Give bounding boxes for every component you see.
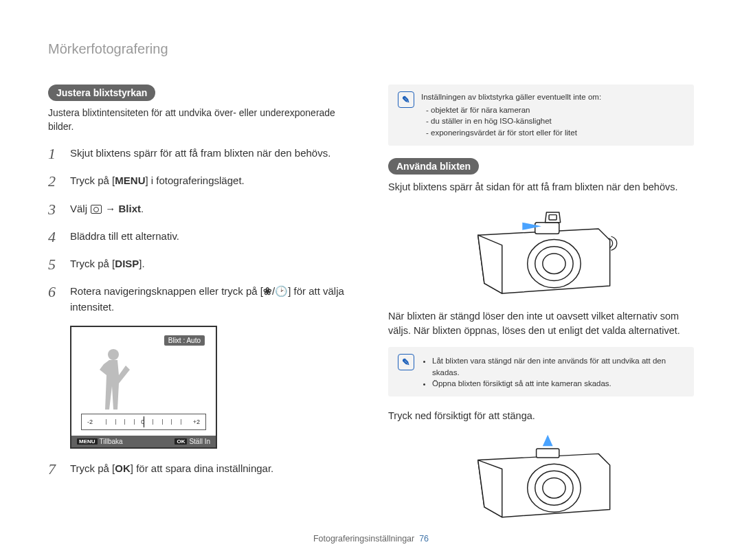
step-text: Rotera navigeringsknappen eller tryck på…	[70, 284, 354, 315]
left-column: Justera blixtstyrkan Justera blixtintens…	[48, 85, 354, 533]
note-item: objektet är för nära kameran	[431, 104, 601, 116]
right-column: ✎ Inställningen av blixtstyrka gäller ev…	[388, 85, 694, 533]
bold-label: Blixt	[119, 203, 142, 214]
intro-text: Skjut blixtens spärr åt sidan för att få…	[388, 180, 694, 194]
step-number: 7	[48, 461, 63, 478]
step-text: Bläddra till ett alternativ.	[70, 229, 354, 245]
page-footer: Fotograferingsinställningar 76	[0, 534, 742, 544]
step-number: 1	[48, 146, 63, 162]
step-text: Tryck på [DISP].	[70, 256, 354, 272]
svg-point-9	[542, 478, 565, 499]
camera-flash-close-illustration	[459, 432, 624, 521]
lcd-back-control: MENU Tillbaka	[77, 438, 123, 445]
menu-button-label: MENU	[115, 175, 145, 186]
person-silhouette-icon	[95, 348, 137, 410]
step-number: 4	[48, 229, 63, 245]
steps-list: 1 Skjut blixtens spärr för att få fram b…	[48, 146, 354, 315]
step-number: 2	[48, 173, 63, 190]
closed-flash-text: När blixten är stängd löser den inte ut …	[388, 309, 694, 337]
step-text: Skjut blixtens spärr för att få fram bli…	[70, 146, 354, 161]
camera-icon	[91, 205, 102, 214]
lcd-set-control: OK Ställ In	[175, 438, 210, 445]
svg-marker-11	[542, 435, 552, 447]
footer-section: Fotograferingsinställningar	[313, 534, 414, 544]
intro-text: Justera blixtintensiteten för att undvik…	[48, 107, 354, 133]
note-box-limitations: ✎ Inställningen av blixtstyrka gäller ev…	[388, 85, 694, 146]
slider-min: -2	[87, 418, 93, 425]
intensity-slider: -2 0 +2	[81, 414, 206, 430]
note-icon: ✎	[398, 91, 414, 108]
svg-rect-10	[536, 449, 559, 458]
page-number: 76	[419, 534, 429, 544]
section-badge-adjust-flash: Justera blixtstyrkan	[48, 85, 155, 101]
svg-rect-4	[535, 223, 559, 234]
note-item: exponeringsvärdet är för stort eller för…	[431, 127, 601, 139]
ok-mini-button: OK	[175, 438, 187, 445]
camera-flash-open-illustration	[459, 203, 624, 298]
text-fragment: .	[141, 203, 144, 214]
step-text: Välj → Blixt.	[70, 201, 354, 217]
text-fragment: Välj	[70, 203, 90, 214]
svg-point-3	[542, 254, 565, 274]
note-item: du ställer in en hög ISO-känslighet	[431, 115, 601, 127]
menu-mini-button: MENU	[77, 438, 98, 445]
text-fragment: ] för att spara dina inställningar.	[131, 462, 273, 474]
text-fragment: Rotera navigeringsknappen eller tryck på…	[70, 285, 263, 297]
text-fragment: ].	[139, 258, 144, 269]
step-number: 3	[48, 201, 63, 218]
text-fragment: Tryck på [	[70, 462, 115, 474]
macro-icon: ❀	[263, 285, 272, 297]
step-text: Tryck på [MENU] i fotograferingsläget.	[70, 173, 354, 189]
step-number: 6	[48, 284, 63, 300]
timer-icon: 🕑	[275, 285, 288, 297]
page-title: Mörkerfotografering	[48, 41, 694, 57]
lcd-set-label: Ställ In	[189, 438, 210, 445]
text-fragment: →	[102, 203, 118, 214]
lcd-back-label: Tillbaka	[100, 438, 123, 445]
note-icon: ✎	[398, 354, 414, 370]
svg-point-0	[108, 349, 119, 360]
text-fragment: Tryck på [	[70, 175, 115, 186]
step-number: 5	[48, 256, 63, 273]
slider-max: +2	[193, 418, 200, 425]
note-box-caution: ✎ Låt blixten vara stängd när den inte a…	[388, 347, 694, 396]
lcd-preview: Blixt : Auto -2 0 +2	[70, 326, 217, 449]
section-badge-use-flash: Använda blixten	[388, 158, 479, 175]
lcd-mode-label: Blixt : Auto	[164, 335, 205, 346]
close-instruction: Tryck ned försiktigt för att stänga.	[388, 409, 694, 423]
steps-list-continued: 7 Tryck på [OK] för att spara dina instä…	[48, 461, 354, 478]
step-text: Tryck på [OK] för att spara dina inställ…	[70, 461, 354, 477]
disp-button-label: DISP	[115, 258, 139, 269]
ok-button-label: OK	[115, 462, 131, 474]
note-item: Låt blixten vara stängd när den inte anv…	[432, 355, 684, 378]
note-lead: Inställningen av blixtstyrka gäller even…	[421, 91, 601, 103]
text-fragment: ] i fotograferingsläget.	[145, 175, 244, 186]
svg-rect-5	[549, 215, 556, 220]
text-fragment: Tryck på [	[70, 258, 115, 269]
note-item: Öppna blixten försiktigt så att inte kam…	[432, 378, 684, 390]
